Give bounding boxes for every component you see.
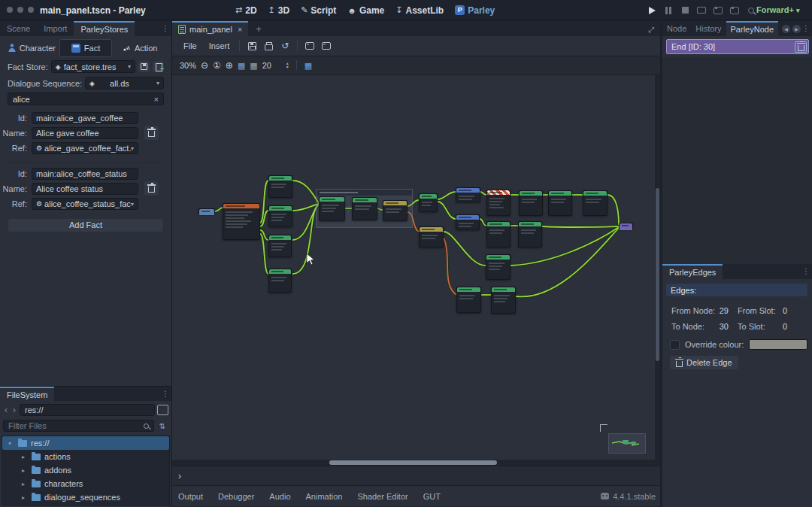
dock-menu-icon[interactable]: ⋮ <box>162 390 169 398</box>
tab-parleystores[interactable]: ParleyStores <box>74 21 135 36</box>
workspace-3d[interactable]: ↥3D <box>266 5 292 16</box>
renderer-selector[interactable]: Forward+ ▾ <box>756 5 799 14</box>
fact-store-dropdown[interactable]: ◈ fact_store.tres ▾ <box>51 60 135 73</box>
action-store-button[interactable]: Action <box>114 39 165 57</box>
graph-edge[interactable] <box>480 192 486 195</box>
fact-name-input[interactable]: Alice gave coffee <box>32 127 138 139</box>
zoom-out-icon[interactable]: ⊖ <box>201 60 208 71</box>
tab-scene[interactable]: Scene <box>0 21 37 36</box>
dialogue-node[interactable] <box>519 190 543 216</box>
delete-fact-button[interactable] <box>144 126 159 140</box>
movie-maker-button[interactable] <box>713 5 723 16</box>
tab-shader-editor[interactable]: Shader Editor <box>351 492 414 501</box>
selected-node[interactable] <box>486 190 511 216</box>
test-dialogue-icon[interactable] <box>302 39 317 53</box>
dialogue-node[interactable] <box>486 221 511 247</box>
zoom-in-icon[interactable]: ⊕ <box>226 60 233 71</box>
dialogue-node[interactable] <box>583 190 607 216</box>
condition-node[interactable] <box>223 203 260 240</box>
graph-minimap[interactable] <box>608 433 646 454</box>
forward-icon[interactable]: ▶ <box>792 25 801 33</box>
dialogue-node[interactable] <box>268 269 292 293</box>
new-fact-store-button[interactable] <box>153 61 164 72</box>
clear-search-icon[interactable]: × <box>154 95 159 104</box>
graph-edge[interactable] <box>260 211 268 226</box>
minimap-toggle-icon[interactable]: ▦ <box>304 61 312 71</box>
renderer-info-icon[interactable] <box>746 5 756 16</box>
new-tab-button[interactable]: + <box>248 21 269 36</box>
snap-toggle-icon[interactable]: ▦ <box>238 61 245 71</box>
match-node[interactable] <box>419 226 444 247</box>
save-icon[interactable] <box>244 39 259 53</box>
bottom-panel-expand[interactable]: › <box>172 466 660 485</box>
tab-main-panel[interactable]: main_panel × <box>172 21 248 36</box>
dialogue-node[interactable] <box>268 205 292 227</box>
graph-edge[interactable] <box>292 204 319 211</box>
split-view-icon[interactable] <box>157 405 168 415</box>
tab-output[interactable]: Output <box>172 492 209 501</box>
fact-id-input[interactable]: main:alice_coffee_status <box>32 168 138 180</box>
save-fact-store-button[interactable] <box>138 61 150 72</box>
delete-edge-button[interactable]: Delete Edge <box>670 356 738 369</box>
end-node[interactable] <box>619 223 633 229</box>
nav-back-icon[interactable]: ‹ <box>3 405 9 415</box>
grid-size-field[interactable]: 20 <box>262 61 282 70</box>
graph-edge[interactable] <box>444 238 456 295</box>
tree-item[interactable]: ▸actions <box>2 450 169 463</box>
graph-edge[interactable] <box>260 234 268 274</box>
workspace-game[interactable]: ☻Game <box>345 5 386 16</box>
graph-edge[interactable] <box>444 232 486 266</box>
graph-edge[interactable] <box>292 181 319 203</box>
pause-button[interactable] <box>663 5 674 16</box>
graph-edge[interactable] <box>438 192 456 199</box>
tab-animation[interactable]: Animation <box>300 492 349 501</box>
tab-history[interactable]: History <box>691 21 726 36</box>
zoom-reset-icon[interactable]: ① <box>213 60 221 71</box>
dialogue-node[interactable] <box>319 196 345 221</box>
fact-search-input[interactable]: alice × <box>8 93 164 105</box>
delete-fact-button[interactable] <box>144 181 159 196</box>
sort-icon[interactable]: ⇅ <box>156 422 168 430</box>
dialogue-node[interactable] <box>456 287 481 313</box>
insert-menu[interactable]: Insert <box>204 41 235 50</box>
nav-forward-icon[interactable]: › <box>11 405 17 415</box>
fact-ref-dropdown[interactable]: ⚙alice_coffee_status_fact.▾ <box>32 198 138 210</box>
tab-debugger[interactable]: Debugger <box>212 492 260 501</box>
path-field[interactable]: res:// <box>20 404 155 416</box>
dialogue-node[interactable] <box>486 254 511 280</box>
graph-edge[interactable] <box>542 226 619 227</box>
start-node[interactable] <box>198 208 215 214</box>
tab-parleynode[interactable]: ParleyNode <box>726 21 778 36</box>
remote-debug-button[interactable] <box>696 5 707 16</box>
tab-filesystem[interactable]: FileSystem <box>0 387 54 401</box>
dialogue-node[interactable] <box>518 221 542 247</box>
filter-files-input[interactable]: Filter Files <box>3 420 154 432</box>
graph-edge[interactable] <box>438 202 456 219</box>
dock-menu-icon[interactable]: ⋮ <box>802 24 810 32</box>
edges-header[interactable]: Edges: <box>666 284 807 296</box>
tab-gut[interactable]: GUT <box>417 492 447 501</box>
workspace-2d[interactable]: ⇄2D <box>233 5 259 16</box>
grid-size-spinner[interactable]: ▴▾ <box>286 62 289 69</box>
fact-store-button[interactable]: Fact <box>59 39 113 57</box>
movie-writer-button[interactable] <box>729 5 740 16</box>
play-button[interactable] <box>647 5 657 16</box>
workspace-assetlib[interactable]: ↧AssetLib <box>393 5 446 16</box>
export-icon[interactable] <box>261 39 276 53</box>
distraction-free-icon[interactable] <box>648 25 656 32</box>
dock-menu-icon[interactable]: ⋮ <box>162 24 169 32</box>
tree-item[interactable]: ▸dialogue_sequences <box>2 490 169 504</box>
dialogue-node[interactable] <box>352 197 377 220</box>
scrollbar-thumb[interactable] <box>329 460 497 465</box>
graph-edge[interactable] <box>260 181 268 223</box>
back-icon[interactable]: ◀ <box>782 25 790 33</box>
window-controls[interactable] <box>7 7 34 13</box>
tree-item[interactable]: ▸addons <box>2 463 169 477</box>
condition-node[interactable] <box>456 187 480 202</box>
fact-name-input[interactable]: Alice coffee status <box>32 183 138 195</box>
graph-edge[interactable] <box>292 204 319 240</box>
vertical-scrollbar[interactable] <box>655 75 660 460</box>
selected-node-item[interactable]: End [ID: 30] <box>666 39 809 54</box>
graph-edge[interactable] <box>215 208 223 211</box>
tab-import[interactable]: Import <box>37 21 74 36</box>
